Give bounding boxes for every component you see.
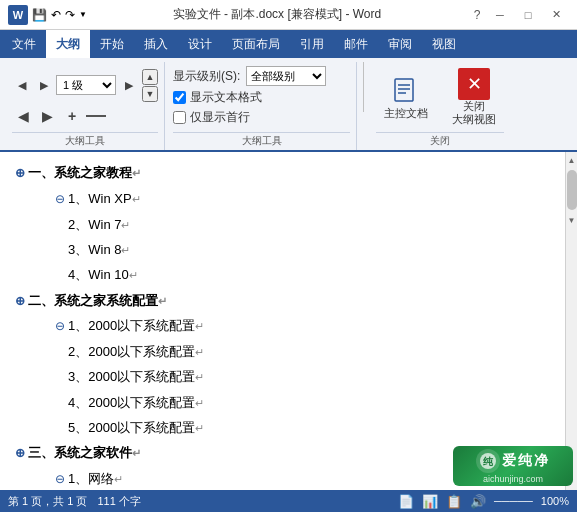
ribbon-tab-设计[interactable]: 设计 <box>178 30 222 58</box>
show-level-dropdown[interactable]: 全部级别 1 级 2 级 3 级 <box>246 66 326 86</box>
app-window: W 💾 ↶ ↷ ▼ 实验文件 - 副本.docx [兼容模式] - Word ?… <box>0 0 577 514</box>
restore-button[interactable]: □ <box>515 5 541 25</box>
main-area: ⊕一、系统之家教程↵⊖1、Win XP↵2、Win 7↵3、Win 8↵4、Wi… <box>0 152 577 490</box>
first-line-label: 仅显示首行 <box>190 109 250 126</box>
ribbon-tab-邮件[interactable]: 邮件 <box>334 30 378 58</box>
first-line-checkbox[interactable] <box>173 111 186 124</box>
outline-settings-inner: 显示级别(S): 全部级别 1 级 2 级 3 级 显示文本格式 <box>173 64 350 130</box>
status-doc-icon[interactable]: 📄 <box>398 494 414 509</box>
outline-item-4: 4、Win 10↵ <box>12 262 553 287</box>
scroll-thumb[interactable] <box>567 170 577 210</box>
master-doc-group: 主控文档 ✕ 关闭 大纲视图 关闭 <box>370 62 510 150</box>
svg-rect-0 <box>395 79 413 101</box>
back-nav-btn[interactable]: ◀ <box>12 75 32 95</box>
show-format-checkbox[interactable] <box>173 91 186 104</box>
watermark-text: 爱纯净 <box>502 452 550 470</box>
watermark-logo: 纯 <box>476 449 500 473</box>
master-doc-button[interactable]: 主控文档 <box>376 71 436 124</box>
show-level-row: 显示级别(S): 全部级别 1 级 2 级 3 级 <box>173 66 326 86</box>
help-button[interactable]: ? <box>467 5 487 25</box>
undo-quick-btn[interactable]: ↶ <box>51 8 61 22</box>
outline-item-3: 3、Win 8↵ <box>12 237 553 262</box>
master-doc-icon <box>390 75 422 107</box>
show-level-label: 显示级别(S): <box>173 68 240 85</box>
dropdown-quick-btn[interactable]: ▼ <box>79 10 87 19</box>
outline-item-5: ⊕二、系统之家系统配置↵ <box>12 288 553 314</box>
outline-item-1: ⊖1、Win XP↵ <box>12 186 553 212</box>
ribbon-tab-审阅[interactable]: 审阅 <box>378 30 422 58</box>
zoom-level: ───── <box>494 495 533 507</box>
outline-item-9: 4、2000以下系统配置↵ <box>12 390 553 415</box>
watermark: 纯 爱纯净 aichunjing.com <box>453 446 573 486</box>
ribbon-tabs: 文件大纲开始插入设计页面布局引用邮件审阅视图 <box>0 30 577 58</box>
outline-toggle-12[interactable]: ⊖ <box>52 469 68 490</box>
status-chart-icon[interactable]: 📊 <box>422 494 438 509</box>
scroll-up-btn[interactable]: ▲ <box>566 152 578 168</box>
outline-text-8: 3、2000以下系统配置↵ <box>68 365 204 388</box>
redo-quick-btn[interactable]: ↷ <box>65 8 75 22</box>
close-outline-icon: ✕ <box>458 68 490 100</box>
ribbon-tab-开始[interactable]: 开始 <box>90 30 134 58</box>
save-quick-btn[interactable]: 💾 <box>32 8 47 22</box>
outline-pilcrow-8: ↵ <box>195 371 204 383</box>
outline-level-select[interactable]: 1 级 2 级 3 级 全部级别 <box>56 75 116 95</box>
ribbon-tabs-bar: 文件大纲开始插入设计页面布局引用邮件审阅视图 <box>0 30 577 58</box>
ribbon-tab-引用[interactable]: 引用 <box>290 30 334 58</box>
outline-item-8: 3、2000以下系统配置↵ <box>12 364 553 389</box>
minimize-button[interactable]: ─ <box>487 5 513 25</box>
show-format-row: 显示文本格式 <box>173 89 262 106</box>
status-book-icon[interactable]: 📋 <box>446 494 462 509</box>
vertical-scrollbar[interactable]: ▲ ▼ <box>565 152 577 490</box>
ribbon-content-row: ◀ ▶ 1 级 2 级 3 级 全部级别 ▶ ▲ ▼ <box>0 58 577 150</box>
close-group-label: 关闭 <box>376 132 504 150</box>
expand-right-btn[interactable]: ▶ <box>36 106 58 126</box>
outline-item-2: 2、Win 7↵ <box>12 212 553 237</box>
move-up-btn[interactable]: ▲ <box>142 69 158 85</box>
close-button[interactable]: ✕ <box>543 5 569 25</box>
outline-pilcrow-11: ↵ <box>132 447 141 459</box>
ribbon-tab-文件[interactable]: 文件 <box>2 30 46 58</box>
outline-pilcrow-3: ↵ <box>121 244 130 256</box>
outline-text-0: 一、系统之家教程↵ <box>28 161 141 184</box>
window-title: 实验文件 - 副本.docx [兼容模式] - Word <box>87 6 467 23</box>
outline-pilcrow-12: ↵ <box>114 473 123 485</box>
title-bar: W 💾 ↶ ↷ ▼ 实验文件 - 副本.docx [兼容模式] - Word ?… <box>0 0 577 30</box>
ribbon-tab-视图[interactable]: 视图 <box>422 30 466 58</box>
outline-text-3: 3、Win 8↵ <box>68 238 130 261</box>
outline-toggle-0[interactable]: ⊕ <box>12 163 28 185</box>
ribbon-tab-插入[interactable]: 插入 <box>134 30 178 58</box>
outline-nav-controls: ◀ ▶ 1 级 2 级 3 级 全部级别 ▶ ▲ ▼ <box>12 64 158 130</box>
add-item-btn[interactable]: + <box>62 106 82 126</box>
ribbon-tab-大纲[interactable]: 大纲 <box>46 30 90 58</box>
status-speaker-icon[interactable]: 🔊 <box>470 494 486 509</box>
level-go-btn[interactable]: ▶ <box>118 75 140 95</box>
outline-pilcrow-10: ↵ <box>195 422 204 434</box>
outline-tools-group-label: 大纲工具 <box>12 132 158 150</box>
expand-left-btn[interactable]: ◀ <box>12 106 34 126</box>
outline-content[interactable]: ⊕一、系统之家教程↵⊖1、Win XP↵2、Win 7↵3、Win 8↵4、Wi… <box>0 152 565 490</box>
status-bar: 第 1 页，共 1 页 111 个字 📄 📊 📋 🔊 ───── 100% <box>0 490 577 512</box>
master-doc-inner: 主控文档 ✕ 关闭 大纲视图 <box>376 64 504 130</box>
show-format-label: 显示文本格式 <box>190 89 262 106</box>
outline-toggle-11[interactable]: ⊕ <box>12 443 28 465</box>
scroll-down-btn[interactable]: ▼ <box>566 212 578 228</box>
move-down-btn[interactable]: ▼ <box>142 86 158 102</box>
svg-text:纯: 纯 <box>483 456 494 467</box>
forward-nav-btn[interactable]: ▶ <box>34 75 54 95</box>
outline-text-7: 2、2000以下系统配置↵ <box>68 340 204 363</box>
outline-pilcrow-7: ↵ <box>195 346 204 358</box>
outline-item-7: 2、2000以下系统配置↵ <box>12 339 553 364</box>
outline-text-2: 2、Win 7↵ <box>68 213 130 236</box>
outline-toggle-5[interactable]: ⊕ <box>12 291 28 313</box>
ribbon-tab-页面布局[interactable]: 页面布局 <box>222 30 290 58</box>
outline-text-4: 4、Win 10↵ <box>68 263 138 286</box>
outline-pilcrow-4: ↵ <box>129 269 138 281</box>
outline-item-0: ⊕一、系统之家教程↵ <box>12 160 553 186</box>
outline-toggle-1[interactable]: ⊖ <box>52 189 68 211</box>
master-doc-label: 主控文档 <box>384 107 428 120</box>
close-outline-button[interactable]: ✕ 关闭 大纲视图 <box>444 64 504 130</box>
outline-text-5: 二、系统之家系统配置↵ <box>28 289 167 312</box>
watermark-sub: aichunjing.com <box>483 474 543 484</box>
outline-toggle-6[interactable]: ⊖ <box>52 316 68 338</box>
minus-line <box>86 115 106 117</box>
